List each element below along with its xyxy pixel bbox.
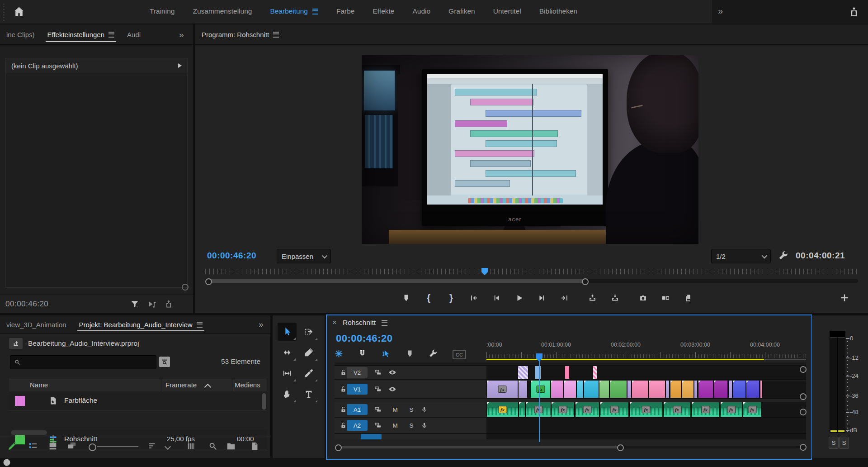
- sync-lock-icon[interactable]: [374, 405, 382, 414]
- tab-ine-clips-[interactable]: ine Clips): [0, 24, 41, 44]
- vscroll-knob-1[interactable]: [800, 366, 807, 373]
- column-name[interactable]: Name: [30, 381, 48, 389]
- zoom-level-select[interactable]: Einpassen: [277, 249, 331, 263]
- timeline-playhead[interactable]: [539, 353, 540, 442]
- video-clip[interactable]: [665, 381, 670, 398]
- new-bin-button[interactable]: [226, 441, 236, 451]
- effects-tab-overflow[interactable]: »: [179, 30, 183, 40]
- vscroll-knob-2[interactable]: [800, 393, 807, 400]
- video-clip[interactable]: [713, 381, 728, 398]
- creative-cloud-icon[interactable]: [3, 458, 11, 467]
- panel-menu-icon[interactable]: [197, 322, 203, 328]
- icon-view-button[interactable]: [48, 441, 58, 451]
- track-lane-v2[interactable]: [486, 366, 806, 380]
- program-scrollbar-thumb[interactable]: [208, 279, 586, 283]
- workspace-tab-bearbeitung[interactable]: Bearbeitung: [264, 7, 324, 15]
- add-marker-button[interactable]: [398, 290, 414, 305]
- play-audio-icon[interactable]: [147, 300, 156, 309]
- audio-clip[interactable]: fx: [600, 402, 629, 417]
- sync-lock-icon[interactable]: [374, 385, 382, 393]
- audio-clip[interactable]: fx: [743, 402, 762, 417]
- video-clip[interactable]: [732, 381, 746, 398]
- track-target-a1[interactable]: A1: [347, 404, 368, 415]
- track-target-v2[interactable]: V2: [347, 367, 368, 378]
- workspace-menu-icon[interactable]: [312, 9, 318, 14]
- timeline-hscroll-thumb[interactable]: [337, 446, 621, 448]
- scrollbar-knob-right[interactable]: [582, 278, 589, 285]
- close-panel-button[interactable]: ×: [332, 318, 337, 327]
- go-to-out-button[interactable]: [556, 290, 572, 305]
- tab-project-other[interactable]: view_3D_Animation: [0, 315, 73, 334]
- add-marker-button[interactable]: [406, 349, 414, 358]
- track-select-forward-tool[interactable]: [299, 323, 318, 341]
- share-button[interactable]: [848, 6, 860, 18]
- timeline-ruler[interactable]: :00:0000:01:00:0000:02:00:0000:03:00:000…: [486, 340, 806, 362]
- timeline-timecode[interactable]: 00:00:46:20: [336, 333, 392, 344]
- tab-project[interactable]: Projekt: Bearbeitung_Audio_Interview: [73, 315, 209, 334]
- video-clip[interactable]: [648, 381, 665, 398]
- video-clip[interactable]: [593, 366, 597, 379]
- captions-button[interactable]: CC: [453, 350, 466, 359]
- find-button[interactable]: [208, 441, 218, 451]
- workspace-tab-training[interactable]: Training: [144, 7, 180, 15]
- video-clip[interactable]: [632, 381, 648, 398]
- project-writable-button[interactable]: [7, 441, 17, 451]
- vscroll-knob-3[interactable]: [800, 409, 807, 415]
- track-lock-button[interactable]: [340, 422, 347, 429]
- step-back-button[interactable]: [488, 290, 505, 305]
- playback-resolution-select[interactable]: 1/2: [711, 249, 771, 263]
- mark-in-button[interactable]: {: [420, 290, 437, 305]
- workspace-tab-zusammenstellung[interactable]: Zusammenstellung: [187, 7, 258, 15]
- play-button[interactable]: [511, 290, 527, 305]
- video-clip[interactable]: [682, 381, 694, 398]
- video-clip[interactable]: [670, 381, 682, 398]
- video-clip[interactable]: [599, 381, 609, 398]
- workspace-tab-audio[interactable]: Audio: [406, 7, 436, 15]
- panel-scroll-dot[interactable]: [182, 284, 189, 291]
- track-lock-button[interactable]: [340, 369, 347, 376]
- audio-clip[interactable]: fx: [691, 402, 720, 417]
- video-clip[interactable]: fx: [530, 381, 551, 398]
- selection-tool[interactable]: [278, 323, 297, 341]
- solo-right-button[interactable]: S: [839, 437, 849, 449]
- sort-icons-button[interactable]: [147, 441, 157, 451]
- timeline-hscrollbar[interactable]: [335, 446, 800, 448]
- project-hscrollbar[interactable]: [11, 430, 47, 435]
- video-clip[interactable]: [518, 366, 528, 379]
- video-clip[interactable]: fx: [486, 381, 518, 398]
- video-clip[interactable]: [609, 381, 627, 398]
- export-small-icon[interactable]: [165, 300, 174, 309]
- sync-lock-icon[interactable]: [374, 421, 382, 429]
- sync-lock-icon[interactable]: [374, 368, 382, 376]
- folder-up-icon[interactable]: [9, 338, 23, 349]
- sort-chevron-icon[interactable]: [165, 443, 171, 450]
- voiceover-record-icon[interactable]: [421, 421, 428, 429]
- panel-menu-icon[interactable]: [108, 32, 114, 38]
- filter-icon[interactable]: [130, 300, 139, 309]
- slip-tool[interactable]: [278, 364, 297, 382]
- panel-menu-icon[interactable]: [273, 32, 279, 38]
- linked-selection-button[interactable]: [381, 349, 391, 359]
- video-clip[interactable]: [535, 366, 541, 379]
- track-lane-a1[interactable]: fxfxfxfxfxfxfxfxfxfx: [486, 402, 806, 418]
- audio-clip[interactable]: fx: [575, 402, 599, 417]
- track-header-v2[interactable]: V2: [335, 366, 486, 380]
- video-clip[interactable]: [698, 381, 713, 398]
- no-clip-row[interactable]: (kein Clip ausgewählt): [6, 58, 187, 73]
- tab-program[interactable]: Programm: Rohschnitt: [195, 24, 285, 44]
- project-vscrollbar[interactable]: [262, 393, 266, 410]
- timeline-tab[interactable]: × Rohschnitt: [332, 318, 387, 327]
- voiceover-record-icon[interactable]: [421, 405, 428, 414]
- toggle-track-output-icon[interactable]: [388, 368, 396, 376]
- track-lane-a2[interactable]: [486, 418, 806, 434]
- audio-clip[interactable]: fx: [525, 402, 551, 417]
- step-forward-button[interactable]: [533, 290, 550, 305]
- mute-button[interactable]: M: [392, 406, 398, 413]
- video-clip[interactable]: [551, 381, 564, 398]
- program-settings-wrench-icon[interactable]: [778, 250, 788, 261]
- video-clip[interactable]: [518, 381, 528, 398]
- zoom-slider-knob[interactable]: [89, 443, 96, 451]
- zoom-slider-track[interactable]: [97, 446, 138, 447]
- vscroll-knob-4[interactable]: [800, 444, 807, 451]
- export-frame-button[interactable]: [635, 290, 651, 305]
